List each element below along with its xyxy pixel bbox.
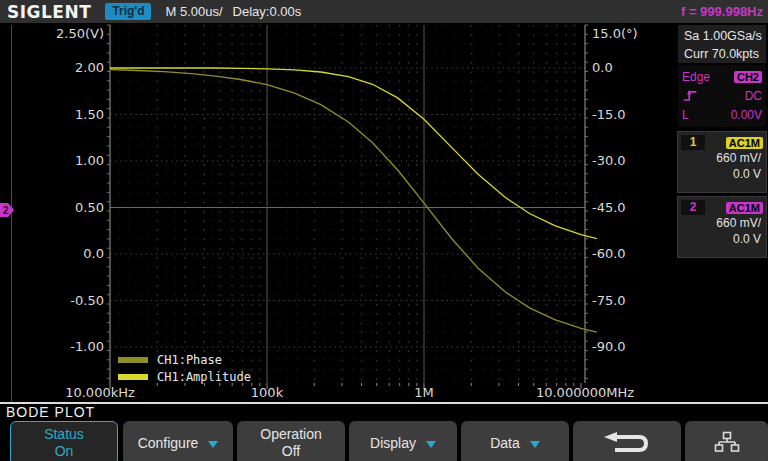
return-icon: [601, 431, 653, 455]
menu-title: BODE PLOT: [6, 404, 95, 420]
trigger-level-label: L: [682, 108, 689, 122]
timebase-readout: M 5.00us/Delay:0.00s: [165, 4, 301, 19]
axis-tick-label: 100k: [192, 385, 342, 401]
data-button[interactable]: Data: [461, 421, 569, 461]
channel2-coupling-badge: AC1M: [726, 202, 763, 214]
axis-tick-label: 1.50: [4, 107, 104, 123]
trigger-source-badge: CH2: [734, 71, 762, 83]
trigger-info-box[interactable]: Edge CH2 DC L 0.00V: [678, 65, 766, 127]
timebase-value: M 5.00us/: [165, 4, 222, 19]
configure-button[interactable]: Configure: [123, 421, 233, 461]
phase-color-swatch: [118, 357, 148, 363]
left-axis-title: 2.50(V): [4, 26, 104, 42]
amplitude-color-swatch: [118, 374, 148, 380]
sample-rate: Sa 1.00GSa/s: [684, 27, 766, 45]
chevron-down-icon: [530, 441, 540, 448]
configure-button-label: Configure: [138, 435, 199, 452]
display-button[interactable]: Display: [349, 421, 457, 461]
axis-tick-label: -75.0: [592, 293, 682, 309]
legend-label: CH1:Amplitude: [157, 370, 251, 384]
axis-tick-label: 1.00: [4, 153, 104, 169]
oscilloscope-screen: SIGLENT Trig'd M 5.00us/Delay:0.00s f = …: [0, 0, 768, 461]
softkey-menu: Status On Configure Operation Off Displa…: [0, 421, 768, 461]
operation-button-value: Off: [282, 443, 300, 460]
right-axis-title: 15.0(°): [592, 26, 682, 42]
axis-tick-label: 0.50: [4, 200, 104, 216]
axis-tick-label: -30.0: [592, 153, 682, 169]
trigger-status-badge: Trig'd: [105, 3, 151, 20]
channel1-scale: 660 mV/: [678, 150, 766, 166]
channel2-scale: 660 mV/: [678, 215, 766, 231]
back-button[interactable]: [573, 421, 681, 461]
trigger-type: Edge: [682, 70, 710, 84]
legend-item-phase: CH1:Phase: [118, 351, 251, 368]
axis-tick-label: -1.00: [4, 339, 104, 355]
siglent-logo: SIGLENT: [7, 2, 91, 22]
trigger-level-marker[interactable]: 2: [0, 202, 16, 218]
axis-tick-label: 1M: [349, 385, 499, 401]
memory-depth: Curr 70.0kpts: [684, 45, 766, 63]
chevron-down-icon: [426, 441, 436, 448]
axis-tick-label: 0.0: [4, 246, 104, 262]
axis-tick-label: 10.000kHz: [25, 385, 175, 401]
axis-tick-label: -90.0: [592, 339, 682, 355]
trigger-marker-channel: 2: [3, 205, 9, 216]
status-button-label: Status: [44, 426, 84, 443]
axis-tick-label: 0.0: [592, 60, 682, 76]
axis-tick-label: -60.0: [592, 246, 682, 262]
operation-button[interactable]: Operation Off: [237, 421, 345, 461]
rising-edge-icon: [682, 88, 700, 103]
network-button[interactable]: [685, 421, 768, 461]
axis-tick-label: 10.000000MHz: [510, 385, 660, 401]
channel2-offset: 0.0 V: [678, 231, 766, 247]
operation-button-label: Operation: [260, 426, 321, 443]
channel2-number: 2: [681, 200, 705, 215]
legend-label: CH1:Phase: [157, 353, 222, 367]
plot-legend: CH1:Phase CH1:Amplitude: [118, 351, 251, 385]
channel1-offset: 0.0 V: [678, 166, 766, 182]
chevron-down-icon: [208, 441, 218, 448]
axis-tick-label: -0.50: [4, 293, 104, 309]
acquisition-info-box: Sa 1.00GSa/s Curr 70.0kpts: [678, 25, 766, 63]
legend-item-amplitude: CH1:Amplitude: [118, 368, 251, 385]
footer-divider: [0, 402, 768, 404]
status-button[interactable]: Status On: [10, 421, 118, 461]
data-button-label: Data: [490, 435, 520, 452]
sidebar: Sa 1.00GSa/s Curr 70.0kpts Edge CH2 DC L…: [676, 23, 768, 403]
delay-value: Delay:0.00s: [233, 4, 302, 19]
trigger-coupling: DC: [745, 89, 762, 103]
display-button-label: Display: [370, 435, 416, 452]
channel2-info-box[interactable]: 2 AC1M 660 mV/ 0.0 V: [677, 196, 767, 258]
trigger-level-value: 0.00V: [731, 108, 762, 122]
axis-tick-label: -45.0: [592, 200, 682, 216]
channel1-number: 1: [681, 135, 705, 150]
channel1-info-box[interactable]: 1 AC1M 660 mV/ 0.0 V: [677, 131, 767, 193]
channel1-coupling-badge: AC1M: [726, 137, 763, 149]
top-bar: SIGLENT Trig'd M 5.00us/Delay:0.00s f = …: [0, 0, 768, 23]
frequency-counter-readout: f = 999.998Hz: [681, 4, 763, 19]
status-button-value: On: [55, 443, 74, 460]
network-icon: [714, 431, 740, 455]
axis-tick-label: 2.00: [4, 60, 104, 76]
axis-tick-label: -15.0: [592, 107, 682, 123]
